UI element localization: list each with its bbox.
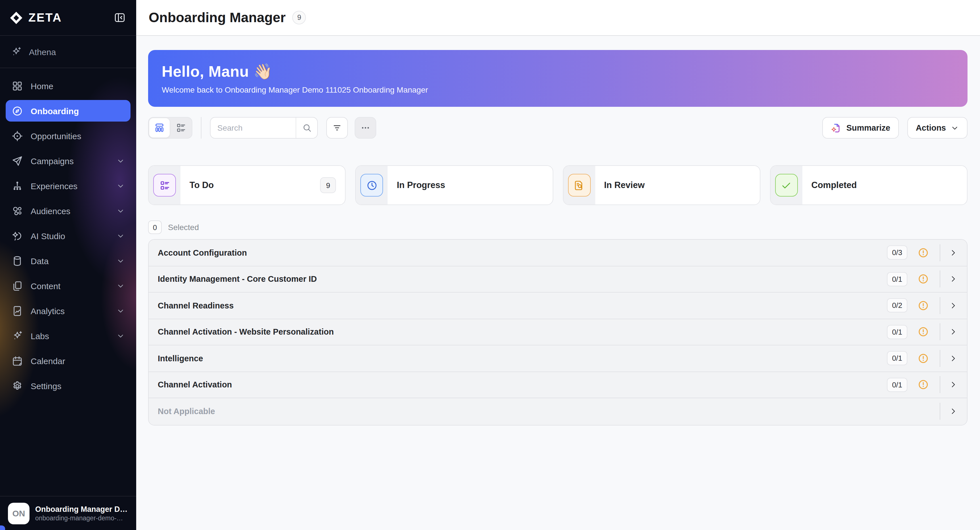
main-area: Onboarding Manager 9 Hello, Manu 👋🏻 Welc… [136, 0, 980, 530]
more-options-button[interactable] [355, 117, 376, 139]
task-row-not-applicable[interactable]: Not Applicable [149, 398, 967, 425]
gear-icon [11, 380, 23, 392]
task-progress-badge: 0/1 [887, 351, 907, 366]
sidebar-item-label: Campaigns [31, 156, 74, 166]
sidebar-item-label: AI Studio [31, 231, 65, 241]
sidebar-item-ai-studio[interactable]: AI Studio [6, 225, 130, 247]
sidebar-item-labs[interactable]: Labs [6, 325, 130, 346]
task-row-channel-activation[interactable]: Channel Activation 0/1 [149, 372, 967, 398]
page-header: Onboarding Manager 9 [136, 0, 980, 36]
search-button[interactable] [296, 118, 317, 138]
task-row-identity-management-core-customer-id[interactable]: Identity Management - Core Customer ID 0… [149, 266, 967, 292]
chevron-right-icon [949, 327, 958, 337]
pages-icon [11, 280, 23, 292]
chevron-down-icon [116, 307, 125, 315]
list-view-icon [175, 122, 187, 134]
sidebar-item-audiences[interactable]: Audiences [6, 200, 130, 222]
row-divider [940, 324, 940, 340]
account-switcher[interactable]: ON Onboarding Manager D… onboarding-mana… [0, 496, 136, 530]
hierarchy-icon [11, 180, 23, 192]
grid-icon [11, 80, 23, 92]
task-progress-badge: 0/1 [887, 325, 907, 339]
send-icon [11, 155, 23, 167]
sidebar-item-onboarding[interactable]: Onboarding [6, 100, 130, 121]
sidebar-item-home[interactable]: Home [6, 75, 130, 97]
status-card-completed[interactable]: Completed [770, 165, 968, 205]
sidebar-item-athena[interactable]: Athena [0, 36, 136, 68]
sidebar: ZETA Athena Home Onboarding Opportunitie… [0, 0, 136, 530]
sidebar-header: ZETA [0, 0, 136, 36]
doc-chart-icon [11, 305, 23, 317]
row-divider [940, 350, 940, 367]
board-view-icon [154, 122, 165, 134]
status-card-in-progress[interactable]: In Progress [355, 165, 553, 205]
status-card-in-review[interactable]: In Review [563, 165, 760, 205]
sidebar-item-analytics[interactable]: Analytics [6, 300, 130, 321]
welcome-subtitle: Welcome back to Onboarding Manager Demo … [162, 85, 954, 94]
chevron-down-icon [116, 281, 125, 290]
row-divider [940, 376, 940, 393]
actions-button[interactable]: Actions [907, 117, 967, 139]
task-title: Not Applicable [158, 407, 929, 416]
task-row-channel-activation-website-personalization[interactable]: Channel Activation - Website Personaliza… [149, 319, 967, 345]
clock-icon [366, 179, 378, 191]
page-content: Hello, Manu 👋🏻 Welcome back to Onboardin… [136, 36, 980, 425]
task-progress-badge: 0/3 [887, 246, 907, 260]
task-progress-badge: 0/1 [887, 378, 907, 392]
task-progress-badge: 0/1 [887, 272, 907, 286]
ai-summarize-icon [831, 123, 842, 133]
board-view-button[interactable] [149, 118, 170, 138]
database-icon [11, 255, 23, 267]
search-input[interactable] [210, 118, 296, 138]
sidebar-item-calendar[interactable]: Calendar [6, 350, 130, 372]
sidebar-item-label: Audiences [31, 206, 70, 216]
filter-button[interactable] [326, 117, 348, 139]
sidebar-item-label: Home [31, 81, 53, 91]
list-view-button[interactable] [170, 118, 192, 138]
search-box [210, 117, 318, 139]
welcome-banner: Hello, Manu 👋🏻 Welcome back to Onboardin… [148, 50, 967, 107]
status-card-to-do[interactable]: To Do 9 [148, 165, 346, 205]
status-cards: To Do 9 In Progress In Review Completed [148, 165, 967, 205]
selection-label: Selected [168, 223, 199, 232]
toolbar-divider [201, 117, 202, 139]
chevron-down-icon [116, 257, 125, 265]
sidebar-item-content[interactable]: Content [6, 275, 130, 297]
task-row-account-configuration[interactable]: Account Configuration 0/3 [149, 240, 967, 266]
selection-count-badge: 0 [148, 220, 162, 234]
selection-row: 0 Selected [148, 220, 967, 234]
sidebar-item-label: Athena [29, 47, 56, 56]
toolbar-right: Summarize Actions [822, 117, 967, 139]
warning-icon [918, 300, 929, 311]
chevron-down-icon [116, 231, 125, 240]
summarize-button[interactable]: Summarize [822, 117, 899, 139]
sidebar-item-opportunities[interactable]: Opportunities [6, 125, 130, 147]
task-list: Account Configuration 0/3 Identity Manag… [148, 239, 967, 425]
page-title: Onboarding Manager [149, 10, 286, 26]
chevron-down-icon [116, 156, 125, 165]
sidebar-item-campaigns[interactable]: Campaigns [6, 150, 130, 172]
chevron-down-icon [116, 332, 125, 340]
sidebar-collapse-icon[interactable] [112, 10, 127, 25]
task-title: Channel Activation - Website Personaliza… [158, 327, 887, 337]
account-info: Onboarding Manager D… onboarding-manager… [35, 505, 128, 522]
chevron-right-icon [949, 407, 958, 416]
actions-label: Actions [916, 123, 946, 132]
account-subtitle: onboarding-manager-demo-… [35, 515, 128, 522]
warning-icon [918, 273, 929, 285]
status-card-count: 9 [320, 177, 336, 193]
sidebar-item-data[interactable]: Data [6, 250, 130, 271]
sidebar-item-settings[interactable]: Settings [6, 375, 130, 396]
row-divider [940, 271, 940, 288]
sidebar-item-label: Analytics [31, 306, 65, 316]
warning-icon [918, 326, 929, 338]
chevron-right-icon [949, 248, 958, 257]
compass-icon [11, 105, 23, 117]
task-title: Identity Management - Core Customer ID [158, 275, 887, 284]
row-divider [940, 244, 940, 261]
todo-list-icon [159, 179, 170, 191]
task-row-intelligence[interactable]: Intelligence 0/1 [149, 345, 967, 372]
sidebar-item-experiences[interactable]: Experiences [6, 175, 130, 196]
sidebar-item-label: Experiences [31, 181, 78, 191]
task-row-channel-readiness[interactable]: Channel Readiness 0/2 [149, 292, 967, 319]
